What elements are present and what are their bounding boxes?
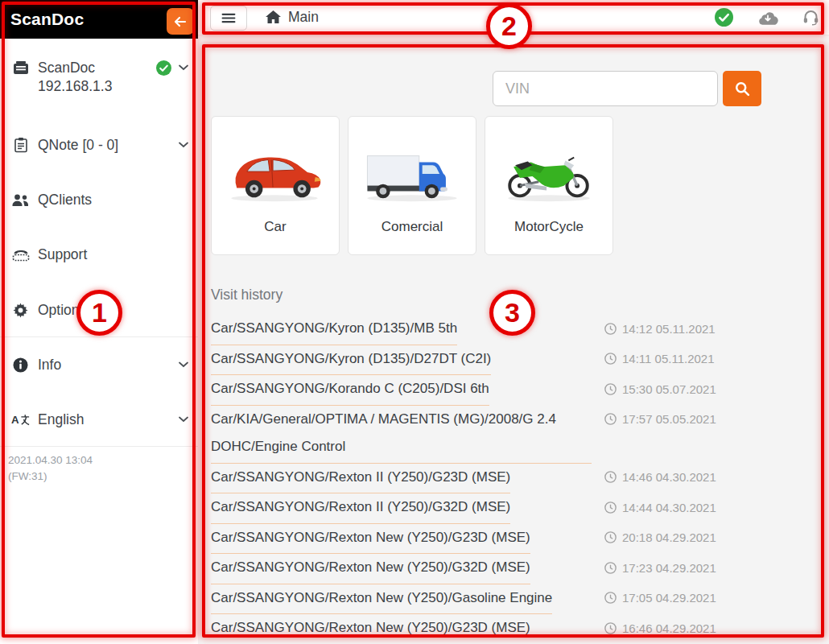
history-link[interactable]: Car/SSANGYONG/Rexton II (Y250)/G32D (MSE…: [211, 493, 510, 524]
history-time: 14:44 04.30.2021: [604, 493, 716, 522]
history-time: 17:57 05.05.2021: [604, 406, 716, 434]
history-time: 16:46 04.29.2021: [604, 614, 716, 642]
breadcrumb[interactable]: Main: [266, 0, 319, 35]
history-link[interactable]: Car/SSANGYONG/Kyron (D135)/D27DT (C2I): [211, 345, 491, 376]
sidebar-item-label: QClients: [38, 192, 188, 208]
arrow-left-icon: [174, 16, 187, 27]
sidebar-item-label: Info: [38, 357, 179, 374]
search-button[interactable]: [723, 71, 761, 106]
history-link[interactable]: Car/SSANGYONG/Rexton New (Y250)/G23D (MS…: [211, 614, 530, 644]
history-row: Car/SSANGYONG/Kyron (D135)/MB 5th 14:12 …: [211, 315, 824, 345]
chevron-down-icon[interactable]: [179, 416, 188, 423]
sidebar-item-label: English: [38, 411, 179, 428]
history-time: 15:30 05.07.2021: [604, 375, 716, 403]
history-row: Car/SSANGYONG/Rexton New (Y250)/G23D (MS…: [211, 524, 824, 555]
firmware-status: 2021.04.30 13:04 (FW:31): [8, 452, 93, 485]
history-row: Car/SSANGYONG/Rexton New (Y250)/Gasoline…: [211, 584, 824, 615]
chevron-down-icon[interactable]: [179, 361, 188, 368]
sidebar: ScanDoc ScanDoc 192.168.1.3 QNote [0 - 0…: [0, 0, 198, 644]
info-icon: [11, 357, 30, 373]
vin-search-bar: [493, 71, 761, 106]
sidebar-header: ScanDoc: [0, 0, 198, 39]
history-link[interactable]: Car/KIA/General/OPTIMA / MAGENTIS (MG)/2…: [211, 406, 592, 464]
gear-icon: [11, 303, 30, 318]
breadcrumb-label: Main: [288, 9, 319, 26]
svg-text:A: A: [11, 414, 19, 426]
sidebar-item-label: ScanDoc: [38, 60, 156, 76]
sidebar-item-qclients[interactable]: QClients: [0, 184, 198, 216]
clock-icon: [604, 471, 617, 483]
history-time: 14:12 05.11.2021: [604, 315, 716, 343]
search-icon: [735, 81, 750, 97]
history-row: Car/SSANGYONG/Rexton New (Y250)/G23D (MS…: [211, 614, 824, 644]
sidebar-item-label: Options: [38, 302, 188, 319]
main-content: Car Comercial: [198, 35, 829, 644]
firmware-version: (FW:31): [8, 469, 93, 485]
hamburger-menu-icon: [221, 13, 236, 23]
vehicle-type-cards: Car Comercial: [211, 116, 613, 255]
sidebar-item-label: QNote [0 - 0]: [38, 137, 179, 154]
connected-check-icon: [156, 60, 171, 76]
headset-icon[interactable]: [802, 9, 819, 26]
home-icon: [266, 10, 281, 24]
sidebar-item-language[interactable]: A English: [0, 403, 198, 436]
chevron-down-icon[interactable]: [179, 142, 188, 148]
history-link[interactable]: Car/SSANGYONG/Kyron (D135)/MB 5th: [211, 315, 457, 345]
history-time: 14:11 05.11.2021: [604, 345, 715, 374]
history-link[interactable]: Car/SSANGYONG/Rexton New (Y250)/Gasoline…: [211, 584, 552, 615]
visit-history: Visit history Car/SSANGYONG/Kyron (D135)…: [211, 287, 824, 644]
clock-icon: [604, 531, 617, 543]
chevron-down-icon[interactable]: [179, 64, 188, 71]
history-link[interactable]: Car/SSANGYONG/Rexton New (Y250)/G32D (MS…: [211, 554, 530, 584]
history-time: 17:05 04.29.2021: [604, 584, 716, 613]
visit-history-title: Visit history: [211, 287, 824, 303]
history-link[interactable]: Car/SSANGYONG/Korando C (C205)/DSI 6th: [211, 375, 489, 406]
clock-icon: [604, 383, 617, 395]
clock-icon: [604, 622, 617, 634]
card-label: MotorCycle: [514, 219, 584, 235]
sidebar-item-label: Support: [38, 246, 188, 263]
cloud-download-icon[interactable]: [757, 10, 778, 25]
note-clipboard-icon: [11, 137, 30, 153]
device-ip-address: 192.168.1.3: [38, 78, 112, 95]
history-row: Car/SSANGYONG/Rexton New (Y250)/G32D (MS…: [211, 554, 824, 584]
card-comercial[interactable]: Comercial: [348, 116, 476, 255]
card-motorcycle[interactable]: MotorCycle: [485, 116, 613, 255]
card-label: Comercial: [382, 219, 443, 235]
firmware-date: 2021.04.30 13:04: [8, 452, 93, 469]
status-ok-check-icon: [715, 8, 733, 27]
truck-illustration: [361, 143, 464, 206]
clock-icon: [604, 323, 617, 335]
history-row: Car/SSANGYONG/Rexton II (Y250)/G32D (MSE…: [211, 493, 824, 524]
card-car[interactable]: Car: [211, 116, 340, 255]
car-illustration: [224, 143, 327, 206]
users-icon: [11, 192, 30, 207]
support-phone-icon: [11, 247, 30, 262]
sidebar-divider: [0, 336, 198, 337]
clock-icon: [604, 353, 617, 365]
history-link[interactable]: Car/SSANGYONG/Rexton II (Y250)/G23D (MSE…: [211, 464, 510, 494]
sidebar-collapse-button[interactable]: [167, 8, 194, 35]
card-label: Car: [264, 219, 286, 235]
history-time: 20:18 04.29.2021: [604, 524, 716, 552]
sidebar-divider: [0, 446, 198, 447]
history-row: Car/SSANGYONG/Kyron (D135)/D27DT (C2I) 1…: [211, 345, 824, 376]
sidebar-item-info[interactable]: Info: [0, 349, 198, 381]
clock-icon: [604, 502, 617, 514]
app-brand: ScanDoc: [0, 10, 84, 29]
clock-icon: [604, 562, 617, 574]
history-time: 14:46 04.30.2021: [604, 464, 716, 492]
vin-input[interactable]: [493, 71, 718, 106]
topbar: Main: [198, 0, 829, 35]
history-row: Car/SSANGYONG/Rexton II (Y250)/G23D (MSE…: [211, 464, 824, 494]
sidebar-item-qnote[interactable]: QNote [0 - 0]: [0, 129, 198, 161]
history-link[interactable]: Car/SSANGYONG/Rexton New (Y250)/G23D (MS…: [211, 524, 530, 555]
clock-icon: [604, 592, 617, 604]
clock-icon: [604, 413, 617, 425]
topbar-status-icons: [715, 0, 819, 35]
hamburger-menu-button[interactable]: [210, 6, 247, 31]
sidebar-item-support[interactable]: Support: [0, 238, 198, 270]
language-icon: A: [11, 411, 30, 427]
sidebar-item-options[interactable]: Options: [0, 294, 198, 326]
history-time: 17:23 04.29.2021: [604, 554, 716, 582]
